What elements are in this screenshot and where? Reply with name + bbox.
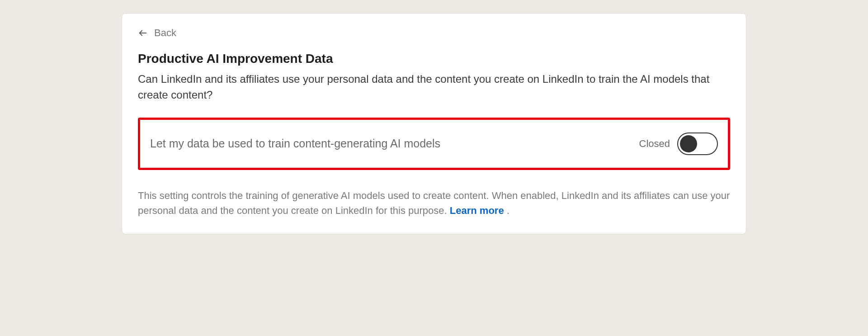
page-title: Productive AI Improvement Data xyxy=(138,52,730,66)
toggle-setting-row: Let my data be used to train content-gen… xyxy=(138,118,730,170)
arrow-left-icon xyxy=(138,28,148,38)
back-button[interactable]: Back xyxy=(138,27,730,39)
footer-punctuation: . xyxy=(504,205,509,216)
toggle-status-text: Closed xyxy=(639,138,670,150)
learn-more-link[interactable]: Learn more xyxy=(450,205,504,216)
page-description: Can LinkedIn and its affiliates use your… xyxy=(138,71,730,103)
back-label: Back xyxy=(154,27,176,39)
toggle-switch[interactable] xyxy=(677,133,718,155)
toggle-label: Let my data be used to train content-gen… xyxy=(150,137,440,150)
settings-card: Back Productive AI Improvement Data Can … xyxy=(122,14,746,234)
footer-explanation: This setting controls the training of ge… xyxy=(138,188,730,218)
toggle-knob xyxy=(680,135,697,152)
toggle-control-group: Closed xyxy=(639,133,718,155)
footer-explanation-text: This setting controls the training of ge… xyxy=(138,190,730,216)
